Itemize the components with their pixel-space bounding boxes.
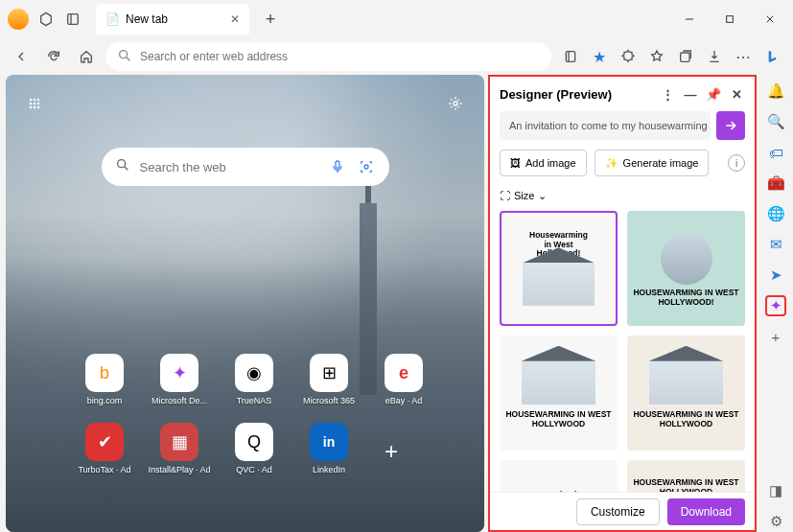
tile-ebay[interactable]: eeBay · Ad (372, 354, 435, 411)
tile-game[interactable]: ▦Install&Play · Ad (148, 423, 211, 480)
image-icon: 🖼 (510, 157, 521, 169)
generate-image-button[interactable]: ✨Generate image (595, 150, 710, 176)
extensions-icon[interactable] (615, 43, 641, 70)
svg-point-12 (34, 99, 36, 102)
toolbar: ★ ⋯ (0, 38, 793, 75)
outlook-icon[interactable]: ✉ (765, 234, 786, 255)
size-dropdown[interactable]: ⛶Size⌄ (500, 190, 547, 202)
collections-icon[interactable] (672, 43, 699, 70)
mic-icon[interactable] (328, 157, 347, 176)
tab-actions-icon[interactable] (63, 10, 82, 29)
minimize-button[interactable] (670, 4, 709, 35)
svg-point-19 (37, 106, 40, 109)
sidebar-settings-icon[interactable]: ⚙ (765, 511, 786, 532)
svg-point-17 (30, 106, 33, 109)
more-icon[interactable]: ⋯ (730, 43, 757, 70)
tile-designer[interactable]: ✦Microsoft De... (148, 354, 211, 411)
hide-sidebar-icon[interactable]: ◨ (765, 480, 786, 501)
search-icon[interactable]: 🔍 (765, 111, 786, 132)
settings-gear-icon[interactable] (442, 90, 469, 117)
profile-avatar[interactable] (8, 9, 29, 30)
maximize-button[interactable] (711, 4, 749, 35)
sparkle-icon: ✨ (605, 157, 618, 170)
ntp-search-input[interactable] (140, 160, 318, 174)
svg-line-22 (125, 167, 128, 170)
add-sidebar-icon[interactable]: + (765, 326, 786, 347)
panel-pin-icon[interactable]: 📌 (705, 85, 722, 103)
customize-button[interactable]: Customize (576, 498, 660, 525)
svg-point-24 (364, 165, 368, 169)
designer-sidebar-icon[interactable]: ✦ (765, 295, 786, 316)
svg-rect-0 (68, 14, 79, 25)
tile-bing[interactable]: bbing.com (73, 354, 136, 411)
generate-button[interactable] (716, 111, 745, 140)
template-card[interactable]: Housewarming in West Hollywood! (500, 211, 618, 326)
info-icon[interactable]: i (728, 154, 745, 172)
workspaces-icon[interactable] (36, 10, 56, 29)
svg-point-15 (34, 103, 36, 105)
panel-title: Designer (Preview) (500, 87, 612, 102)
add-tile-button[interactable]: + (372, 432, 410, 471)
titlebar: 📄 New tab ✕ + (0, 0, 793, 38)
favorites-icon[interactable] (643, 43, 670, 70)
reader-icon[interactable] (557, 43, 584, 70)
browser-tab[interactable]: 📄 New tab ✕ (96, 4, 249, 35)
panel-close-icon[interactable]: ✕ (728, 85, 745, 103)
svg-point-6 (120, 50, 128, 58)
tile-m365[interactable]: ⊞Microsoft 365 (297, 354, 361, 411)
address-bar[interactable] (105, 42, 551, 71)
new-tab-page: bbing.com ✦Microsoft De... ◉TrueNAS ⊞Mic… (6, 75, 484, 532)
new-tab-button[interactable]: + (257, 6, 284, 33)
ntp-search[interactable] (102, 148, 389, 186)
svg-point-21 (117, 160, 125, 168)
tile-linkedin[interactable]: inLinkedIn (297, 423, 361, 480)
tile-truenas[interactable]: ◉TrueNAS (222, 354, 286, 411)
favorites-star-icon[interactable]: ★ (586, 43, 613, 70)
panel-more-icon[interactable]: ⋮ (659, 85, 676, 103)
bing-chat-icon[interactable] (758, 43, 785, 70)
template-card[interactable]: HOUSEWARMING IN WEST HOLLYWOOD (500, 335, 618, 451)
search-icon (117, 48, 132, 66)
designer-panel: Designer (Preview) ⋮ — 📌 ✕ An invitation… (488, 75, 757, 532)
template-card[interactable]: Housewarming in West Hollywood! (500, 460, 618, 492)
notifications-icon[interactable]: 🔔 (765, 81, 786, 102)
template-card[interactable]: HOUSEWARMING IN WEST HOLLYWOOD (627, 335, 745, 451)
svg-rect-23 (336, 161, 339, 168)
downloads-icon[interactable] (701, 43, 728, 70)
crop-icon: ⛶ (500, 190, 510, 201)
address-input[interactable] (140, 50, 540, 63)
add-image-button[interactable]: 🖼Add image (500, 150, 587, 176)
quick-links: bbing.com ✦Microsoft De... ◉TrueNAS ⊞Mic… (73, 354, 435, 480)
svg-point-13 (37, 99, 40, 102)
download-button[interactable]: Download (667, 498, 745, 525)
svg-point-11 (30, 99, 33, 102)
back-button[interactable] (8, 43, 35, 70)
search-icon (115, 157, 130, 176)
tab-title: New tab (126, 12, 168, 26)
window-close-button[interactable] (751, 4, 789, 35)
chevron-down-icon: ⌄ (538, 190, 547, 202)
tab-favicon: 📄 (105, 12, 120, 26)
tools-icon[interactable]: 🧰 (765, 173, 786, 194)
svg-point-14 (30, 103, 33, 105)
template-card[interactable]: HOUSEWARMING IN WEST HOLLYWOOD (627, 460, 745, 492)
panel-minimize-icon[interactable]: — (682, 85, 699, 103)
svg-rect-10 (681, 53, 689, 61)
send-icon[interactable]: ➤ (765, 265, 786, 286)
svg-point-18 (34, 106, 36, 109)
svg-line-7 (127, 58, 129, 60)
home-button[interactable] (73, 43, 100, 70)
tile-qvc[interactable]: QQVC · Ad (222, 423, 286, 480)
visual-search-icon[interactable] (357, 157, 376, 176)
apps-grid-icon[interactable] (21, 90, 48, 117)
prompt-input[interactable]: An invitation to come to my housewarming… (500, 111, 711, 140)
tag-icon[interactable]: 🏷 (765, 142, 786, 163)
template-card[interactable]: HOUSEWARMING IN WEST HOLLYWOOD! (627, 211, 745, 326)
refresh-button[interactable] (40, 43, 67, 70)
edge-sidebar: 🔔 🔍 🏷 🧰 🌐 ✉ ➤ ✦ + ◨ ⚙ (758, 75, 793, 532)
close-icon[interactable]: ✕ (230, 12, 240, 26)
svg-point-20 (454, 102, 457, 105)
tile-turbotax[interactable]: ✔TurboTax · Ad (73, 423, 136, 480)
svg-point-16 (37, 103, 40, 105)
edge-icon[interactable]: 🌐 (765, 203, 786, 224)
